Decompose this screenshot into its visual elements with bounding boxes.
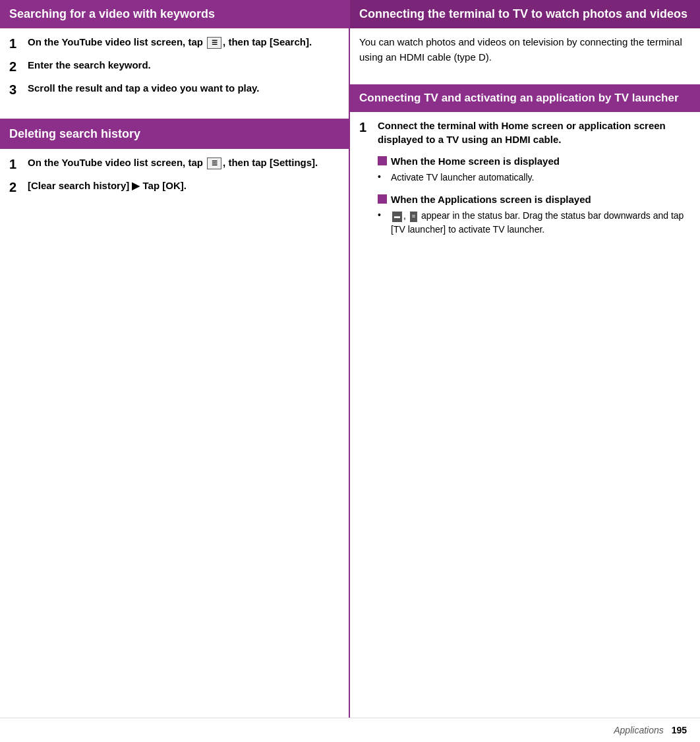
delete-step-text-2: [Clear search history] ▶ Tap [OK]. <box>28 179 339 192</box>
footer-page-number: 195 <box>672 725 687 735</box>
apps-bullet-text-1: ▬, ≡ appear in the status bar. Drag the … <box>391 209 691 237</box>
section1-body: 1 On the YouTube video list screen, tap … <box>0 28 349 111</box>
step-number-1: 1 <box>9 35 28 51</box>
right-section1-header: Connecting the terminal to TV to watch p… <box>350 0 700 28</box>
bullet-dot-home-1: • <box>378 171 391 182</box>
right-section2-header: Connecting TV and activating an applicat… <box>350 84 700 112</box>
bullet-dot-apps-1: • <box>378 209 391 220</box>
subsection-apps: When the Applications screen is displaye… <box>378 192 691 237</box>
step-3: 3 Scroll the result and tap a video you … <box>9 81 339 98</box>
right-section2-header-text: Connecting TV and activating an applicat… <box>359 92 679 104</box>
subsection-home-header: When the Home screen is displayed <box>378 154 691 168</box>
right-column: Connecting the terminal to TV to watch p… <box>350 0 700 718</box>
section2-header: Deleting search history <box>0 120 349 148</box>
step-2: 2 Enter the search keyword. <box>9 58 339 74</box>
subsection-home-title: When the Home screen is displayed <box>391 154 560 168</box>
step-text-3: Scroll the result and tap a video you wa… <box>28 81 339 95</box>
right-section1-body: You can watch photos and videos on telev… <box>350 28 700 71</box>
step-number-3: 3 <box>9 81 28 98</box>
step-text-1: On the YouTube video list screen, tap ☰,… <box>28 35 339 49</box>
connect-step-content: Connect the terminal with Home screen or… <box>378 119 691 237</box>
section1-header-text: Searching for a video with keywords <box>9 7 215 20</box>
connect-step-number-1: 1 <box>359 119 378 135</box>
right-section1-header-text: Connecting the terminal to TV to watch p… <box>359 7 687 20</box>
section1-header: Searching for a video with keywords <box>0 0 349 28</box>
section2-body: 1 On the YouTube video list screen, tap … <box>0 149 349 208</box>
delete-step-2: 2 [Clear search history] ▶ Tap [OK]. <box>9 179 339 195</box>
delete-step-number-1: 1 <box>9 156 28 172</box>
subsection-home: When the Home screen is displayed • Acti… <box>378 154 691 185</box>
footer-label: Applications <box>614 725 664 735</box>
home-bullet-text-1: Activate TV launcher automatically. <box>391 171 534 185</box>
tv-icon-1: ▬ <box>392 212 402 222</box>
square-marker-apps <box>378 194 387 204</box>
menu-icon-2: ☰ <box>207 157 221 169</box>
apps-bullet-1: • ▬, ≡ appear in the status bar. Drag th… <box>378 209 691 237</box>
left-column: Searching for a video with keywords 1 On… <box>0 0 350 718</box>
step-1: 1 On the YouTube video list screen, tap … <box>9 35 339 51</box>
delete-step-number-2: 2 <box>9 179 28 195</box>
right-section2-body: 1 Connect the terminal with Home screen … <box>350 112 700 237</box>
connect-step-text-1: Connect the terminal with Home screen or… <box>378 120 666 145</box>
home-bullet-1: • Activate TV launcher automatically. <box>378 171 691 185</box>
section2-header-text: Deleting search history <box>9 127 140 140</box>
connect-step-1: 1 Connect the terminal with Home screen … <box>359 119 691 237</box>
subsection-apps-title: When the Applications screen is displaye… <box>391 192 591 206</box>
delete-step-1: 1 On the YouTube video list screen, tap … <box>9 156 339 172</box>
step-number-2: 2 <box>9 58 28 74</box>
delete-step-text-1: On the YouTube video list screen, tap ☰,… <box>28 156 339 169</box>
right-section1-body-text: You can watch photos and videos on telev… <box>359 36 682 63</box>
subsection-apps-header: When the Applications screen is displaye… <box>378 192 691 206</box>
page-footer: Applications 195 <box>0 718 700 742</box>
step-text-2: Enter the search keyword. <box>28 58 339 72</box>
tv-icon-2: ≡ <box>410 212 417 222</box>
square-marker-home <box>378 156 387 165</box>
menu-icon: ☰ <box>207 37 221 49</box>
